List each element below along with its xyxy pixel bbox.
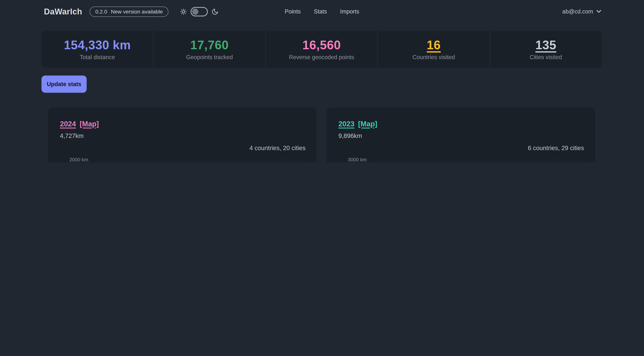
main-nav: Points Stats Imports: [0, 0, 644, 23]
nav-points[interactable]: Points: [285, 8, 301, 15]
stat-reverse-geocoded: 16,560 Reverse geocoded points: [265, 31, 378, 67]
stat-label: Countries visited: [412, 54, 455, 60]
top-navbar: DaWarIch 0.2.0 New version available: [0, 0, 644, 23]
gridline: [94, 160, 307, 160]
stats-summary-row: 154,330 km Total distance 17,760 Geopoin…: [42, 31, 602, 67]
nav-stats[interactable]: Stats: [314, 8, 327, 15]
countries-visited-link[interactable]: 16: [427, 38, 441, 52]
stat-label: Cities visited: [530, 54, 562, 60]
stat-value: 154,330 km: [64, 38, 131, 52]
stat-total-distance: 154,330 km Total distance: [42, 31, 153, 67]
year-card-2024: 2024 [Map] 4,727km 4 countries, 20 citie…: [48, 107, 317, 162]
user-email: ab@cd.com: [562, 8, 593, 15]
stat-value: 16,560: [302, 38, 341, 52]
monthly-distance-chart: 0 km1000 km2000 km3000 kmJanuaryFebruary…: [326, 107, 595, 162]
stat-geopoints-tracked: 17,760 Geopoints tracked: [153, 31, 266, 67]
nav-imports[interactable]: Imports: [340, 8, 359, 15]
cities-visited-link[interactable]: 135: [535, 38, 556, 52]
chevron-down-icon: [596, 10, 601, 13]
stat-value: 17,760: [190, 38, 229, 52]
stat-label: Total distance: [80, 54, 115, 60]
y-tick-label: 2000 km: [48, 157, 88, 162]
update-stats-button[interactable]: Update stats: [42, 75, 86, 93]
stat-countries-visited: 16 Countries visited: [378, 31, 490, 67]
stat-label: Geopoints tracked: [186, 54, 233, 60]
user-menu[interactable]: ab@cd.com: [562, 0, 601, 23]
y-tick-label: 3000 km: [326, 157, 367, 162]
stat-cities-visited: 135 Cities visited: [490, 31, 602, 67]
monthly-distance-chart: 0 km1000 km2000 kmJanuaryFebruaryMarchAp…: [48, 107, 317, 162]
year-card-2023: 2023 [Map] 9,896km 6 countries, 29 citie…: [326, 107, 595, 162]
app-viewport: DaWarIch 0.2.0 New version available: [0, 0, 644, 162]
stat-label: Reverse geocoded points: [289, 54, 354, 60]
gridline: [372, 160, 585, 160]
